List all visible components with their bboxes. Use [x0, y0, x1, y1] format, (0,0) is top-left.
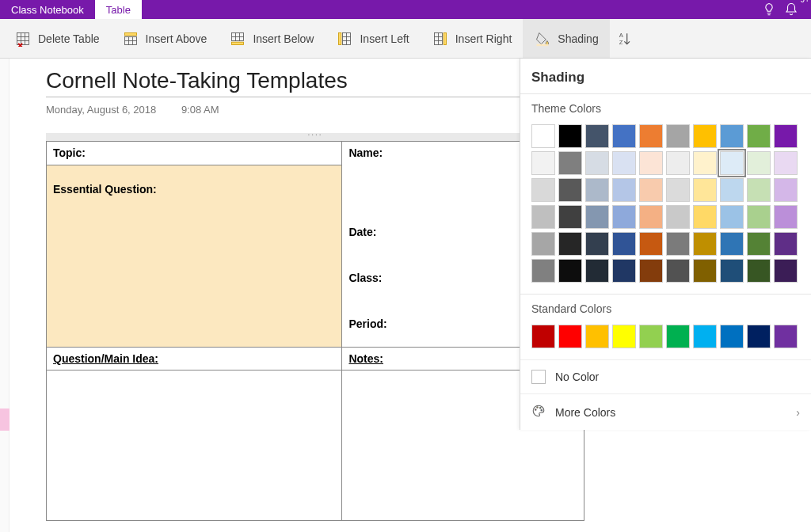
theme-swatch[interactable] [531, 124, 555, 148]
theme-swatch[interactable] [531, 151, 555, 175]
theme-swatch[interactable] [693, 151, 717, 175]
theme-swatch[interactable] [612, 205, 636, 229]
theme-swatch[interactable] [693, 124, 717, 148]
theme-swatch[interactable] [666, 259, 690, 283]
standard-swatch[interactable] [666, 325, 690, 348]
theme-swatch[interactable] [585, 259, 609, 283]
theme-swatch[interactable] [585, 124, 609, 148]
theme-swatch[interactable] [720, 259, 744, 283]
theme-swatch[interactable] [558, 259, 582, 283]
theme-swatch[interactable] [585, 205, 609, 229]
theme-swatch[interactable] [639, 178, 663, 202]
insert-above-button[interactable]: Insert Above [111, 19, 219, 58]
chevron-right-icon: › [796, 406, 800, 419]
theme-swatch[interactable] [747, 124, 771, 148]
theme-swatch[interactable] [531, 178, 555, 202]
theme-swatch[interactable] [747, 232, 771, 256]
insert-right-label: Insert Right [455, 32, 512, 45]
theme-swatch[interactable] [531, 232, 555, 256]
tab-class-notebook[interactable]: Class Notebook [0, 0, 95, 19]
section-tab-indicator[interactable] [0, 408, 10, 431]
theme-swatch[interactable] [774, 259, 798, 283]
theme-swatch[interactable] [666, 124, 690, 148]
theme-swatch[interactable] [558, 151, 582, 175]
standard-swatch[interactable] [531, 325, 555, 348]
cell-qmi-body[interactable] [47, 370, 342, 521]
theme-swatch[interactable] [585, 178, 609, 202]
theme-swatch[interactable] [639, 124, 663, 148]
theme-swatch[interactable] [747, 259, 771, 283]
theme-swatch[interactable] [612, 259, 636, 283]
theme-swatch[interactable] [585, 232, 609, 256]
standard-swatch[interactable] [612, 325, 636, 348]
theme-swatch[interactable] [774, 124, 798, 148]
theme-swatch[interactable] [558, 178, 582, 202]
theme-swatch[interactable] [531, 205, 555, 229]
theme-swatch[interactable] [720, 178, 744, 202]
standard-swatch[interactable] [693, 325, 717, 348]
theme-swatch[interactable] [639, 259, 663, 283]
theme-swatch[interactable] [774, 205, 798, 229]
tab-table[interactable]: Table [95, 0, 142, 19]
svg-rect-27 [537, 44, 549, 46]
standard-swatch[interactable] [639, 325, 663, 348]
page-date[interactable]: Monday, August 6, 2018 [46, 104, 156, 116]
shading-button[interactable]: Shading [523, 19, 609, 58]
theme-swatch[interactable] [720, 205, 744, 229]
no-color-row[interactable]: No Color [520, 359, 811, 393]
svg-point-34 [541, 410, 543, 412]
theme-swatch[interactable] [720, 232, 744, 256]
cornell-table[interactable]: Topic: Name: Date: Class: Period: Essent… [46, 141, 584, 521]
standard-swatch[interactable] [747, 325, 771, 348]
page-time[interactable]: 9:08 AM [181, 104, 219, 116]
insert-above-label: Insert Above [146, 32, 208, 45]
theme-swatch[interactable] [774, 232, 798, 256]
theme-swatch[interactable] [558, 232, 582, 256]
sort-button[interactable]: AZ [610, 19, 642, 58]
theme-swatch[interactable] [612, 124, 636, 148]
cell-qmi-header[interactable]: Question/Main Idea: [47, 348, 342, 370]
theme-swatch[interactable] [666, 151, 690, 175]
standard-swatch[interactable] [558, 325, 582, 348]
theme-swatch[interactable] [639, 205, 663, 229]
insert-below-button[interactable]: Insert Below [218, 19, 325, 58]
theme-swatch[interactable] [612, 232, 636, 256]
standard-swatch[interactable] [774, 325, 798, 348]
theme-swatch[interactable] [774, 151, 798, 175]
standard-swatch[interactable] [585, 325, 609, 348]
theme-swatch[interactable] [774, 178, 798, 202]
cell-topic[interactable]: Topic: [47, 142, 342, 165]
theme-swatch[interactable] [666, 205, 690, 229]
theme-swatch[interactable] [612, 178, 636, 202]
theme-swatch[interactable] [720, 151, 744, 175]
theme-swatch[interactable] [693, 178, 717, 202]
lightbulb-icon[interactable] [758, 0, 780, 19]
standard-swatch[interactable] [720, 325, 744, 348]
theme-swatch[interactable] [693, 205, 717, 229]
theme-swatch[interactable] [720, 124, 744, 148]
theme-swatch[interactable] [747, 178, 771, 202]
theme-swatch[interactable] [531, 259, 555, 283]
theme-swatch[interactable] [558, 205, 582, 229]
theme-swatch[interactable] [639, 151, 663, 175]
theme-swatch[interactable] [585, 151, 609, 175]
container-handle[interactable] [46, 133, 584, 141]
theme-swatch[interactable] [639, 232, 663, 256]
more-colors-row[interactable]: More Colors › [520, 393, 811, 430]
insert-left-button[interactable]: Insert Left [325, 19, 420, 58]
cell-essential-question[interactable]: Essential Question: [47, 165, 342, 348]
page-title[interactable]: Cornell Note-Taking Templates [46, 68, 600, 97]
theme-swatch[interactable] [693, 259, 717, 283]
theme-swatch[interactable] [747, 205, 771, 229]
theme-swatch[interactable] [666, 178, 690, 202]
theme-swatch[interactable] [747, 151, 771, 175]
svg-point-33 [540, 408, 542, 409]
bell-icon[interactable] [780, 0, 802, 19]
theme-swatch[interactable] [666, 232, 690, 256]
theme-swatch[interactable] [558, 124, 582, 148]
insert-right-button[interactable]: Insert Right [421, 19, 524, 58]
theme-swatch[interactable] [612, 151, 636, 175]
delete-table-button[interactable]: Delete Table [3, 19, 111, 58]
theme-swatch[interactable] [693, 232, 717, 256]
shading-panel: Shading Theme Colors Standard Colors No … [520, 59, 811, 430]
